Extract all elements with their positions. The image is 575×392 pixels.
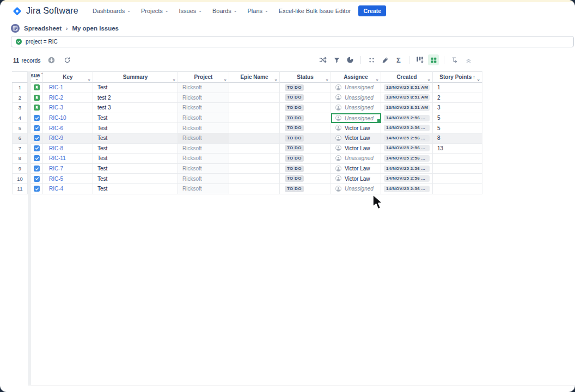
issue-key-cell[interactable]: RIC-5: [43, 174, 93, 184]
jira-logo[interactable]: Jira Software: [12, 6, 78, 16]
project-cell[interactable]: Ricksoft: [178, 174, 229, 184]
column-header-key[interactable]: Key ⌄: [43, 71, 93, 83]
create-button[interactable]: Create: [358, 5, 386, 16]
chevron-down-icon[interactable]: ⌄: [325, 78, 329, 81]
story-points-cell[interactable]: [433, 184, 482, 194]
project-cell[interactable]: Ricksoft: [178, 103, 229, 113]
row-number[interactable]: 8: [12, 154, 28, 164]
summary-cell[interactable]: Test: [93, 184, 178, 194]
created-cell[interactable]: 13/NOV/25 8:51 AM: [381, 103, 433, 113]
issue-type-cell[interactable]: [31, 164, 43, 174]
issue-type-cell[interactable]: [31, 83, 43, 93]
sum-icon[interactable]: Σ: [393, 54, 404, 65]
chevron-down-icon[interactable]: ⌄: [274, 78, 278, 81]
summary-cell[interactable]: test 3: [93, 103, 178, 113]
created-cell[interactable]: 14/NOV/25 2:56 ...: [381, 113, 433, 124]
chevron-down-icon[interactable]: ⌄: [35, 77, 39, 81]
row-number[interactable]: 4: [12, 113, 28, 124]
issue-key-cell[interactable]: RIC-8: [43, 144, 93, 154]
created-cell[interactable]: 14/NOV/25 2:56 ...: [381, 133, 433, 144]
epic-name-cell[interactable]: [229, 144, 280, 154]
jql-filter-input[interactable]: project = RIC: [11, 36, 574, 47]
column-header-summary[interactable]: Summary ⌄: [93, 71, 178, 83]
issue-key-cell[interactable]: RIC-6: [43, 123, 93, 133]
issue-type-cell[interactable]: [31, 123, 43, 133]
column-header-status[interactable]: Status ⌄: [280, 71, 331, 83]
assignee-cell[interactable]: Unassigned: [331, 184, 381, 194]
epic-name-cell[interactable]: [229, 154, 280, 164]
status-cell[interactable]: TO DO: [280, 113, 331, 124]
row-number[interactable]: 10: [12, 174, 28, 184]
created-cell[interactable]: 14/NOV/25 2:56 ...: [381, 154, 433, 164]
project-cell[interactable]: Ricksoft: [178, 154, 229, 164]
story-points-cell[interactable]: [433, 174, 482, 184]
issue-key-cell[interactable]: RIC-3: [43, 103, 93, 113]
grid-view-icon[interactable]: [428, 54, 439, 65]
summary-cell[interactable]: Test: [93, 174, 178, 184]
column-header-story-points[interactable]: Story Points ↑ ⌄: [433, 71, 482, 83]
summary-cell[interactable]: Test: [93, 83, 178, 93]
story-points-cell[interactable]: 1: [433, 83, 482, 93]
issue-key-cell[interactable]: RIC-11: [43, 154, 93, 164]
row-number[interactable]: 9: [12, 164, 28, 174]
story-points-cell[interactable]: 13: [433, 144, 482, 154]
epic-name-cell[interactable]: [229, 164, 280, 174]
column-header-epic-name[interactable]: Epic Name ⌄: [229, 71, 280, 83]
issue-type-cell[interactable]: [31, 93, 43, 103]
row-number[interactable]: 2: [12, 93, 28, 103]
project-cell[interactable]: Ricksoft: [178, 83, 229, 93]
columns-icon[interactable]: [414, 54, 425, 65]
issue-key-cell[interactable]: RIC-7: [43, 164, 93, 174]
issue-key-cell[interactable]: RIC-4: [43, 184, 93, 194]
created-cell[interactable]: 14/NOV/25 2:56 ...: [381, 144, 433, 154]
assignee-cell[interactable]: Unassigned: [331, 83, 381, 93]
issue-key-cell[interactable]: RIC-10: [43, 113, 93, 124]
row-number[interactable]: 3: [12, 103, 28, 113]
project-cell[interactable]: Ricksoft: [178, 123, 229, 133]
summary-cell[interactable]: Test: [93, 123, 178, 133]
assignee-cell[interactable]: Victor Law: [331, 174, 381, 184]
assignee-cell[interactable]: Victor Law: [331, 133, 381, 144]
story-points-cell[interactable]: [433, 164, 482, 174]
row-number[interactable]: 6: [12, 133, 28, 144]
summary-cell[interactable]: Test: [93, 164, 178, 174]
status-cell[interactable]: TO DO: [280, 184, 331, 194]
issue-key-cell[interactable]: RIC-2: [43, 93, 93, 103]
nav-excel-like-bulk-issue-editor[interactable]: Excel-like Bulk Issue Editor: [279, 8, 351, 14]
assignee-cell[interactable]: Victor Law: [331, 164, 381, 174]
story-points-cell[interactable]: 5: [433, 123, 482, 133]
epic-name-cell[interactable]: [229, 133, 280, 144]
summary-cell[interactable]: Test: [93, 113, 178, 124]
issue-type-cell[interactable]: [31, 103, 43, 113]
chevron-down-icon[interactable]: ⌄: [476, 78, 480, 81]
refresh-button[interactable]: [63, 55, 72, 65]
nav-dashboards[interactable]: Dashboards⌄: [93, 8, 131, 14]
status-cell[interactable]: TO DO: [280, 93, 331, 103]
status-cell[interactable]: TO DO: [280, 154, 331, 164]
project-cell[interactable]: Ricksoft: [178, 93, 229, 103]
issue-type-cell[interactable]: [31, 174, 43, 184]
assignee-cell[interactable]: Unassigned: [331, 103, 381, 113]
project-cell[interactable]: Ricksoft: [178, 133, 229, 144]
assignee-cell[interactable]: Victor Law: [331, 144, 381, 154]
epic-name-cell[interactable]: [229, 103, 280, 113]
project-cell[interactable]: Ricksoft: [178, 164, 229, 174]
status-cell[interactable]: TO DO: [280, 174, 331, 184]
filter-icon[interactable]: [331, 54, 342, 65]
collapse-all-icon[interactable]: [463, 54, 474, 65]
add-record-button[interactable]: [47, 55, 57, 65]
breadcrumb-app-link[interactable]: Spreadsheet: [24, 25, 62, 32]
epic-name-cell[interactable]: [229, 93, 280, 103]
created-cell[interactable]: 14/NOV/25 2:56 ...: [381, 123, 433, 133]
project-cell[interactable]: Ricksoft: [178, 144, 229, 154]
issue-key-cell[interactable]: RIC-9: [43, 133, 93, 144]
assignee-cell[interactable]: Victor Law: [331, 123, 381, 133]
story-points-cell[interactable]: 5: [433, 113, 482, 124]
row-number[interactable]: 1: [12, 83, 28, 93]
created-cell[interactable]: 13/NOV/25 8:51 AM: [381, 83, 433, 93]
nav-boards[interactable]: Boards⌄: [212, 8, 237, 14]
summary-cell[interactable]: Test: [93, 133, 178, 144]
summary-cell[interactable]: Test: [93, 154, 178, 164]
issue-type-cell[interactable]: [31, 113, 43, 124]
story-points-cell[interactable]: 3: [433, 103, 482, 113]
